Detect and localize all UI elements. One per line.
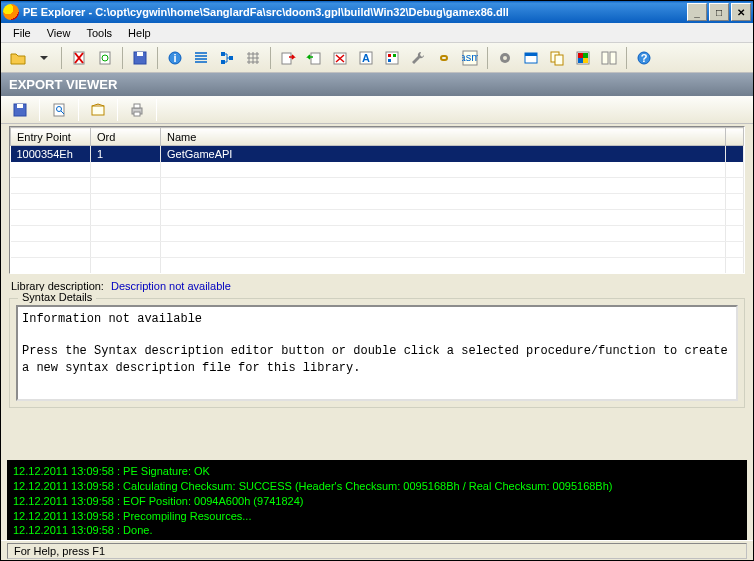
print-icon[interactable] xyxy=(123,98,151,122)
log-line: 12.12.2011 13:09:58 : Done. xyxy=(13,523,741,538)
table-row xyxy=(11,258,744,274)
window-icon[interactable] xyxy=(519,46,543,70)
cell-entry: 1000354Eh xyxy=(11,146,91,162)
text-icon[interactable]: A xyxy=(354,46,378,70)
delete-icon[interactable] xyxy=(67,46,91,70)
resource-icon[interactable] xyxy=(380,46,404,70)
table-row xyxy=(11,226,744,242)
statusbar: For Help, press F1 xyxy=(1,540,753,560)
cell-ord: 1 xyxy=(91,146,161,162)
titlebar: PE Explorer - C:\opt\cygwin\home\Sanglar… xyxy=(1,1,753,23)
content: EXPORT VIEWER Entry Point Ord Name 10003… xyxy=(1,73,753,540)
svg-rect-38 xyxy=(54,104,64,116)
log-console[interactable]: 12.12.2011 13:09:58 : PE Signature: OK 1… xyxy=(7,457,747,540)
library-description: Library description: Description not ava… xyxy=(1,276,753,296)
link-icon[interactable] xyxy=(432,46,456,70)
import-icon[interactable] xyxy=(302,46,326,70)
gear-icon[interactable] xyxy=(493,46,517,70)
menu-view[interactable]: View xyxy=(39,25,79,41)
syntax-legend: Syntax Details xyxy=(18,291,96,303)
log-line: 12.12.2011 13:09:58 : PE Signature: OK xyxy=(13,464,741,479)
svg-rect-11 xyxy=(311,53,320,64)
wrench-icon[interactable] xyxy=(406,46,430,70)
svg-rect-29 xyxy=(583,53,588,58)
export-table[interactable]: Entry Point Ord Name 1000354Eh 1 GetGame… xyxy=(9,126,745,274)
main-toolbar: i A asm ? xyxy=(1,43,753,73)
app-icon xyxy=(3,4,19,20)
syntax-details: Syntax Details Information not available… xyxy=(9,298,745,408)
svg-rect-33 xyxy=(610,52,616,64)
minimize-button[interactable]: _ xyxy=(687,3,707,21)
export-icon[interactable] xyxy=(276,46,300,70)
grid-icon[interactable] xyxy=(241,46,265,70)
menu-file[interactable]: File xyxy=(5,25,39,41)
search-icon[interactable] xyxy=(45,98,73,122)
table-row xyxy=(11,242,744,258)
svg-text:asm: asm xyxy=(462,51,478,63)
svg-rect-4 xyxy=(137,52,143,56)
svg-rect-24 xyxy=(525,53,537,56)
svg-rect-10 xyxy=(282,53,291,64)
svg-rect-16 xyxy=(388,54,391,57)
svg-rect-9 xyxy=(229,56,233,60)
save-icon[interactable] xyxy=(128,46,152,70)
table-row xyxy=(11,162,744,178)
menubar: File View Tools Help xyxy=(1,23,753,43)
dropdown-icon[interactable] xyxy=(32,46,56,70)
svg-rect-40 xyxy=(92,106,104,115)
svg-rect-37 xyxy=(17,104,23,108)
asm-icon[interactable]: asm xyxy=(458,46,482,70)
color-icon[interactable] xyxy=(571,46,595,70)
open-icon[interactable] xyxy=(6,46,30,70)
window-title: PE Explorer - C:\opt\cygwin\home\Sanglar… xyxy=(23,6,687,18)
log-line: 12.12.2011 13:09:58 : Precompiling Resou… xyxy=(13,509,741,524)
col-ord[interactable]: Ord xyxy=(91,128,161,146)
svg-text:?: ? xyxy=(641,52,648,64)
svg-rect-15 xyxy=(386,52,398,64)
svg-rect-43 xyxy=(134,112,140,116)
panel-toolbar xyxy=(1,96,753,124)
col-extra[interactable] xyxy=(726,128,744,146)
table-row[interactable]: 1000354Eh 1 GetGameAPI xyxy=(11,146,744,162)
edit-syntax-icon[interactable] xyxy=(84,98,112,122)
log-line: 12.12.2011 13:09:58 : EOF Position: 0094… xyxy=(13,494,741,509)
info-icon[interactable]: i xyxy=(163,46,187,70)
close-button[interactable]: ✕ xyxy=(731,3,751,21)
svg-rect-32 xyxy=(602,52,608,64)
remove-icon[interactable] xyxy=(328,46,352,70)
save-export-icon[interactable] xyxy=(6,98,34,122)
table-header-row: Entry Point Ord Name xyxy=(11,128,744,146)
menu-tools[interactable]: Tools xyxy=(78,25,120,41)
panel-title: EXPORT VIEWER xyxy=(1,73,753,96)
tree-icon[interactable] xyxy=(215,46,239,70)
table-row xyxy=(11,194,744,210)
cell-name: GetGameAPI xyxy=(161,146,726,162)
table-row xyxy=(11,210,744,226)
svg-rect-7 xyxy=(221,52,225,56)
svg-rect-18 xyxy=(388,59,391,62)
menu-help[interactable]: Help xyxy=(120,25,159,41)
col-name[interactable]: Name xyxy=(161,128,726,146)
list-icon[interactable] xyxy=(189,46,213,70)
compare-icon[interactable] xyxy=(597,46,621,70)
status-text: For Help, press F1 xyxy=(7,543,747,559)
reload-icon[interactable] xyxy=(93,46,117,70)
syntax-body[interactable]: Information not available Press the Synt… xyxy=(16,305,738,401)
libdesc-value: Description not available xyxy=(111,280,231,292)
svg-rect-30 xyxy=(578,58,583,63)
svg-text:A: A xyxy=(362,52,370,64)
svg-point-22 xyxy=(503,56,507,60)
maximize-button[interactable]: □ xyxy=(709,3,729,21)
svg-rect-42 xyxy=(134,104,140,108)
svg-text:i: i xyxy=(173,52,176,64)
log-line: 12.12.2011 13:09:58 : Calculating Checks… xyxy=(13,479,741,494)
table-row xyxy=(11,178,744,194)
svg-rect-17 xyxy=(393,54,396,57)
svg-rect-31 xyxy=(583,58,588,63)
copy-icon[interactable] xyxy=(545,46,569,70)
svg-rect-28 xyxy=(578,53,583,58)
help-icon[interactable]: ? xyxy=(632,46,656,70)
window-buttons: _ □ ✕ xyxy=(687,3,751,21)
col-entry[interactable]: Entry Point xyxy=(11,128,91,146)
svg-rect-26 xyxy=(555,55,563,65)
